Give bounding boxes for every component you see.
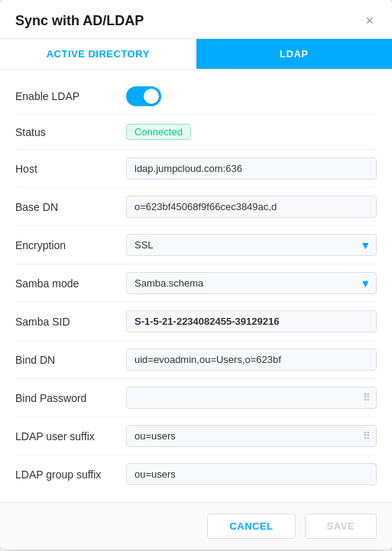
value-status: Connected [126,124,377,140]
label-samba-sid: Samba SID [15,316,126,328]
input-host[interactable] [126,157,377,180]
input-bind-password[interactable] [126,387,377,409]
value-host [126,157,377,180]
value-ldap-group-suffix [126,463,377,485]
row-status: Status Connected [15,115,377,150]
value-samba-mode: Samba.schema RFC2307 ▼ [126,272,377,294]
value-encryption: SSL TLS None ▼ [126,234,377,256]
label-ldap-group-suffix: LDAP group suffix [15,468,126,481]
value-bind-password: ⠿ [126,387,377,409]
form-body: Enable LDAP Status Connected Host Base D… [0,70,392,502]
row-bind-dn: Bind DN [15,341,377,379]
select-encryption[interactable]: SSL TLS None [126,234,377,256]
tab-active-directory[interactable]: ACTIVE DIRECTORY [0,39,196,69]
value-samba-sid [126,310,377,332]
row-base-dn: Base DN [15,188,377,226]
input-bind-dn[interactable] [126,348,377,371]
input-base-dn[interactable] [126,196,377,218]
input-ldap-user-suffix[interactable] [126,425,377,447]
sync-dialog: Sync with AD/LDAP × ACTIVE DIRECTORY LDA… [0,0,392,549]
row-host: Host [15,150,377,188]
label-bind-dn: Bind DN [15,354,126,366]
input-ldap-group-suffix[interactable] [126,463,377,485]
row-encryption: Encryption SSL TLS None ▼ [15,226,377,264]
label-host: Host [15,163,126,175]
cancel-button[interactable]: CANCEL [207,514,295,539]
dialog-title: Sync with AD/LDAP [15,13,144,29]
value-base-dn [126,196,377,218]
input-samba-sid[interactable] [126,310,377,332]
dots-icon-user: ⠿ [363,430,371,442]
row-ldap-group-suffix: LDAP group suffix [15,455,377,493]
row-bind-password: Bind Password ⠿ [15,379,377,417]
status-badge: Connected [126,124,191,140]
tab-bar: ACTIVE DIRECTORY LDAP [0,39,392,70]
row-samba-sid: Samba SID [15,303,377,341]
toggle-knob [144,89,159,104]
label-ldap-user-suffix: LDAP user suffix [15,430,126,442]
close-button[interactable]: × [362,12,377,29]
label-encryption: Encryption [15,239,126,251]
select-samba-mode[interactable]: Samba.schema RFC2307 [126,272,377,294]
tab-ldap[interactable]: LDAP [196,39,393,69]
dialog-header: Sync with AD/LDAP × [0,0,392,39]
row-samba-mode: Samba mode Samba.schema RFC2307 ▼ [15,264,377,303]
row-ldap-user-suffix: LDAP user suffix ⠿ [15,417,377,455]
value-ldap-user-suffix: ⠿ [126,425,377,447]
label-bind-password: Bind Password [15,392,126,404]
value-bind-dn [126,348,377,371]
save-button[interactable]: SAVE [305,514,377,539]
dialog-footer: CANCEL SAVE [0,502,392,549]
toggle-enable-ldap[interactable] [126,86,161,106]
dots-icon: ⠿ [363,392,371,404]
row-enable-ldap: Enable LDAP [15,79,377,115]
label-base-dn: Base DN [15,201,126,213]
label-samba-mode: Samba mode [15,277,126,290]
label-status: Status [15,126,126,138]
label-enable-ldap: Enable LDAP [15,90,126,102]
value-enable-ldap [126,86,377,106]
